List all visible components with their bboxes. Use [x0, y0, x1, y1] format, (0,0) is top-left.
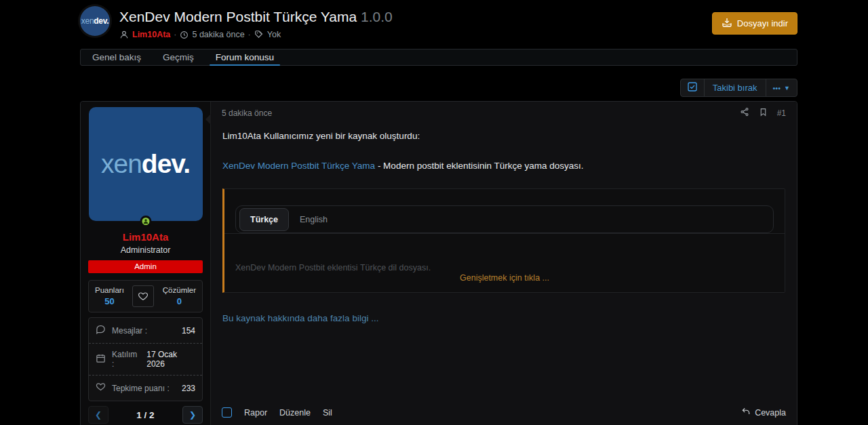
tab-bar: Genel bakış Geçmiş Forum konusu [80, 49, 797, 66]
stat-row-reactions: Tepkime puanı : 233 [89, 376, 202, 401]
stat-row-messages: Mesajlar : 154 [89, 318, 202, 344]
ellipsis-icon: ••• [773, 84, 781, 92]
avatar[interactable]: xendev. [89, 107, 203, 221]
caret-down-icon: ▼ [784, 85, 790, 92]
pager-prev-button[interactable]: ❮ [88, 406, 108, 424]
avatar-wrap: xendev. [89, 107, 203, 221]
resource-version: 1.0.0 [361, 9, 393, 24]
tab-turkce[interactable]: Türkçe [239, 208, 289, 231]
post-intro: Lim10Ata Kullanıcımız yeni bir kaynak ol… [222, 129, 785, 143]
watch-row: Takibi bırak ••• ▼ [80, 79, 797, 97]
resource-meta: Lim10Ata · 5 dakika önce · Yok [119, 30, 393, 39]
watch-checkbox-button[interactable] [681, 79, 705, 96]
more-options-button[interactable]: ••• ▼ [766, 79, 797, 96]
reaction-heart-button[interactable] [132, 285, 154, 307]
online-status-icon [140, 216, 151, 227]
site-logo[interactable]: xendev. [80, 6, 110, 36]
solutions-value: 0 [163, 296, 196, 306]
stat-label: Katılım : [112, 350, 140, 369]
tab-discussion[interactable]: Forum konusu [210, 49, 280, 65]
post-1: xendev. Lim10Ata Administrator Admin Pua… [80, 101, 797, 425]
author-link[interactable]: Lim10Ata [132, 30, 170, 39]
message-header-actions: #1 [740, 107, 786, 119]
edit-link[interactable]: Düzenle [279, 408, 311, 418]
quote-block: Türkçe English XenDev Modern Postbit ekl… [222, 188, 785, 293]
logo-text-xen: xen [81, 16, 94, 26]
tab-history[interactable]: Geçmiş [157, 49, 200, 65]
user-icon [119, 30, 129, 39]
delete-link[interactable]: Sil [323, 408, 332, 418]
reply-label: Cevapla [755, 408, 786, 418]
user-role: Administrator [88, 245, 203, 255]
clock-icon [180, 31, 189, 39]
resource-title: XenDev Modern Postbit Türkçe Yama [119, 9, 357, 24]
stat-label: Mesajlar : [112, 326, 147, 336]
tags-icon [254, 30, 264, 39]
post-time[interactable]: 5 dakika önce [222, 108, 272, 118]
page-container: xendev. XenDev Modern Postbit Türkçe Yam… [80, 0, 797, 425]
download-icon [722, 17, 732, 30]
download-file-button[interactable]: Dosyayı indir [712, 12, 797, 35]
message-header: 5 dakika önce #1 [211, 102, 797, 121]
avatar-text-dev: dev. [142, 149, 190, 179]
dot-separator: · [248, 30, 251, 39]
watch-button-group: Takibi bırak ••• ▼ [680, 79, 797, 97]
stat-value: 233 [182, 384, 195, 393]
post-user-cell: xendev. Lim10Ata Administrator Admin Pua… [81, 102, 211, 425]
stat-value: 17 Ocak 2026 [146, 350, 195, 369]
quote-preview-text: XenDev Modern Postbit eklentisi Türkçe d… [235, 234, 774, 274]
stat-row-joined: Katılım : 17 Ocak 2026 [89, 344, 202, 376]
tags-value: Yok [267, 30, 281, 39]
select-post-checkbox[interactable] [222, 407, 232, 418]
unwatch-button[interactable]: Takibi bırak [705, 79, 766, 96]
stat-label: Tepkime puanı : [112, 384, 170, 393]
points-value: 50 [95, 296, 124, 306]
report-link[interactable]: Rapor [244, 408, 267, 418]
score-box: Puanları 50 Çözümler 0 [88, 280, 203, 312]
post-number[interactable]: #1 [777, 108, 786, 118]
username[interactable]: Lim10Ata [88, 231, 203, 243]
post-message-cell: 5 dakika önce #1 Lim10Ata Kullanıcımız y… [211, 102, 797, 425]
message-body: Lim10Ata Kullanıcımız yeni bir kaynak ol… [211, 121, 797, 325]
bookmark-icon[interactable] [759, 108, 768, 119]
resource-link[interactable]: XenDev Modern Postbit Türkçe Yama [222, 161, 375, 171]
avatar-text-xen: xen [101, 149, 142, 179]
calendar-icon [96, 353, 106, 366]
reply-button[interactable]: Cevapla [741, 407, 786, 418]
comment-icon [96, 324, 106, 337]
resource-header: xendev. XenDev Modern Postbit Türkçe Yam… [80, 0, 797, 39]
message-footer: Rapor Düzenle Sil Cevapla [211, 400, 797, 425]
pager-label: 1 / 2 [108, 410, 182, 420]
user-card-pager: ❮ 1 / 2 ❯ [88, 406, 203, 424]
more-info-line: Bu kaynak hakkında daha fazla bilgi ... [222, 293, 785, 325]
tab-overview[interactable]: Genel bakış [86, 49, 147, 65]
heart-icon [96, 382, 106, 394]
quote-language-tabs: Türkçe English [235, 205, 774, 233]
stat-value: 154 [182, 326, 195, 336]
score-cell-solutions: Çözümler 0 [163, 286, 196, 306]
tab-english[interactable]: English [300, 214, 328, 226]
reply-icon [741, 407, 751, 418]
more-info-link[interactable]: Bu kaynak hakkında daha fazla bilgi ... [222, 313, 378, 323]
dot-separator: · [174, 30, 176, 39]
resource-desc: - Modern postbit eklentisinin Türkçe yam… [375, 161, 583, 171]
user-banner-admin: Admin [88, 260, 203, 273]
resource-head-text: XenDev Modern Postbit Türkçe Yama 1.0.0 … [119, 6, 393, 39]
bubble-arrow [205, 114, 211, 125]
pager-next-button[interactable]: ❯ [182, 406, 203, 424]
user-stats-box: Mesajlar : 154 Katılım : 17 Ocak 2026 Te… [88, 317, 203, 401]
download-label: Dosyayı indir [737, 18, 788, 28]
posted-time[interactable]: 5 dakika önce [192, 30, 244, 39]
post-resource-line: XenDev Modern Postbit Türkçe Yama - Mode… [222, 159, 785, 173]
score-cell-points: Puanları 50 [95, 286, 124, 306]
logo-text-dev: dev. [94, 16, 108, 26]
points-label: Puanları [95, 286, 124, 294]
checked-checkbox-icon [687, 81, 698, 95]
page-title: XenDev Modern Postbit Türkçe Yama 1.0.0 [119, 6, 393, 28]
solutions-label: Çözümler [163, 286, 196, 294]
share-icon[interactable] [740, 107, 749, 119]
